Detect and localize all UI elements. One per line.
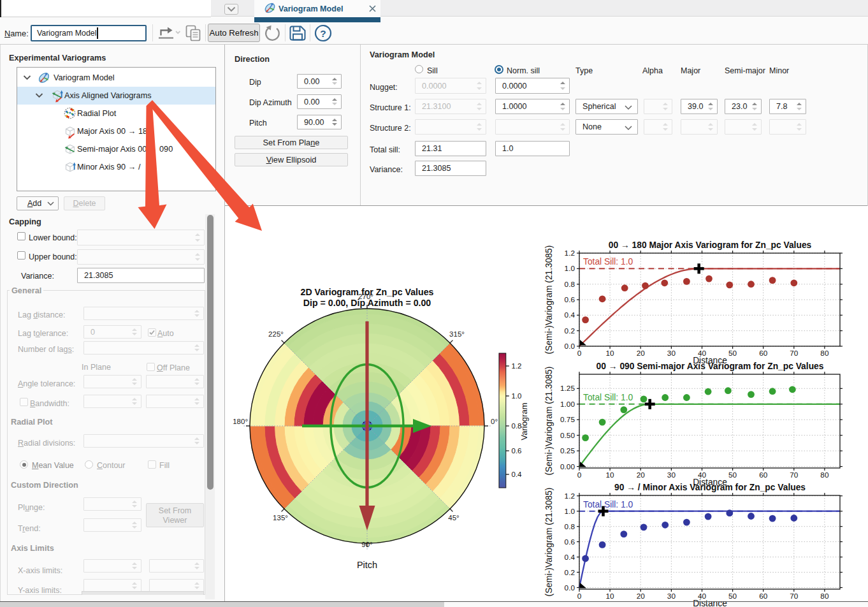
- svg-text:20: 20: [637, 349, 646, 358]
- svg-text:50: 50: [728, 349, 737, 358]
- svg-text:Total Sill: 1.0: Total Sill: 1.0: [583, 257, 633, 267]
- svg-text:70: 70: [790, 471, 799, 479]
- svg-text:60: 60: [759, 592, 768, 601]
- svg-text:(Semi-)Variogram (21.3085): (Semi-)Variogram (21.3085): [544, 488, 554, 597]
- svg-text:80: 80: [820, 471, 829, 479]
- svg-text:0.0: 0.0: [565, 583, 575, 592]
- svg-text:0.4: 0.4: [565, 553, 575, 562]
- svg-text:0: 0: [577, 471, 582, 479]
- svg-text:30: 30: [667, 592, 676, 601]
- svg-text:0.2: 0.2: [565, 326, 575, 335]
- svg-text:10: 10: [606, 349, 615, 358]
- svg-text:1.2: 1.2: [565, 492, 575, 501]
- svg-text:70: 70: [790, 592, 799, 601]
- svg-text:20: 20: [637, 471, 646, 479]
- svg-text:80: 80: [820, 349, 829, 358]
- svg-text:(Semi-)Variogram (21.3085): (Semi-)Variogram (21.3085): [544, 245, 554, 355]
- svg-text:315°: 315°: [449, 330, 465, 338]
- svg-text:00 → 090 Semi-major Axis Vario: 00 → 090 Semi-major Axis Variogram for Z…: [597, 362, 824, 371]
- svg-text:0.8: 0.8: [512, 422, 522, 430]
- svg-text:0.00: 0.00: [560, 462, 575, 471]
- svg-text:0.25: 0.25: [560, 446, 575, 455]
- svg-text:70: 70: [790, 349, 799, 358]
- svg-text:1.25: 1.25: [560, 384, 575, 393]
- svg-text:0.0: 0.0: [565, 342, 575, 351]
- svg-text:180°: 180°: [233, 418, 248, 425]
- svg-text:1.2: 1.2: [512, 362, 522, 370]
- svg-text:Distance: Distance: [693, 478, 727, 487]
- svg-text:45°: 45°: [448, 514, 459, 522]
- svg-text:0.50: 0.50: [560, 431, 575, 440]
- svg-text:1.00: 1.00: [560, 400, 575, 409]
- svg-text:0.6: 0.6: [512, 447, 522, 455]
- svg-text:0.75: 0.75: [560, 415, 575, 424]
- svg-text:0.4: 0.4: [565, 311, 575, 319]
- svg-text:90 → / Minor Axis Variogram fo: 90 → / Minor Axis Variogram for Zn_pc Va…: [614, 483, 806, 492]
- svg-text:40: 40: [698, 592, 707, 601]
- svg-text:Distance: Distance: [693, 599, 727, 607]
- svg-text:0.6: 0.6: [565, 538, 575, 546]
- svg-text:0°: 0°: [491, 418, 498, 425]
- svg-text:Distance: Distance: [693, 356, 727, 365]
- svg-text:30: 30: [667, 349, 676, 358]
- svg-text:60: 60: [759, 471, 768, 479]
- svg-text:30: 30: [667, 471, 676, 479]
- svg-text:0: 0: [577, 592, 582, 601]
- svg-text:1.0: 1.0: [565, 264, 575, 273]
- svg-text:20: 20: [637, 592, 646, 601]
- svg-text:10: 10: [606, 471, 615, 479]
- svg-text:0.8: 0.8: [565, 522, 575, 531]
- svg-text:2D Variogram for Zn_pc Values: 2D Variogram for Zn_pc Values: [301, 287, 434, 297]
- svg-text:?: ?: [320, 28, 326, 39]
- svg-text:135°: 135°: [273, 514, 288, 522]
- svg-text:Dip = 0.00, Dip Azimuth = 0.00: Dip = 0.00, Dip Azimuth = 0.00: [303, 298, 431, 308]
- svg-text:1.0: 1.0: [565, 507, 575, 516]
- svg-text:50: 50: [728, 592, 737, 601]
- svg-text:0.4: 0.4: [512, 471, 523, 478]
- svg-text:0: 0: [577, 349, 582, 358]
- svg-text:60: 60: [759, 349, 768, 358]
- svg-text:Total Sill: 1.0: Total Sill: 1.0: [583, 393, 633, 402]
- svg-text:225°: 225°: [268, 330, 284, 338]
- svg-text:40: 40: [698, 349, 707, 358]
- svg-text:Pitch: Pitch: [357, 560, 377, 570]
- svg-text:1.2: 1.2: [565, 249, 575, 258]
- svg-text:80: 80: [820, 592, 829, 601]
- svg-text:10: 10: [606, 592, 615, 601]
- svg-text:0.2: 0.2: [565, 568, 575, 577]
- svg-text:00 → 180 Major Axis Variogram: 00 → 180 Major Axis Variogram for Zn_pc …: [609, 240, 812, 250]
- svg-text:270°: 270°: [358, 293, 373, 300]
- svg-text:50: 50: [728, 471, 737, 479]
- svg-text:40: 40: [698, 471, 707, 479]
- svg-text:Total Sill: 1.0: Total Sill: 1.0: [583, 500, 633, 509]
- svg-text:(Semi-)Variogram (21.3085): (Semi-)Variogram (21.3085): [544, 367, 554, 476]
- svg-text:1.0: 1.0: [512, 392, 522, 400]
- svg-text:0.8: 0.8: [565, 280, 575, 289]
- svg-text:Variogram: Variogram: [519, 402, 529, 440]
- svg-text:0.6: 0.6: [565, 295, 575, 304]
- svg-text:90°: 90°: [361, 541, 372, 548]
